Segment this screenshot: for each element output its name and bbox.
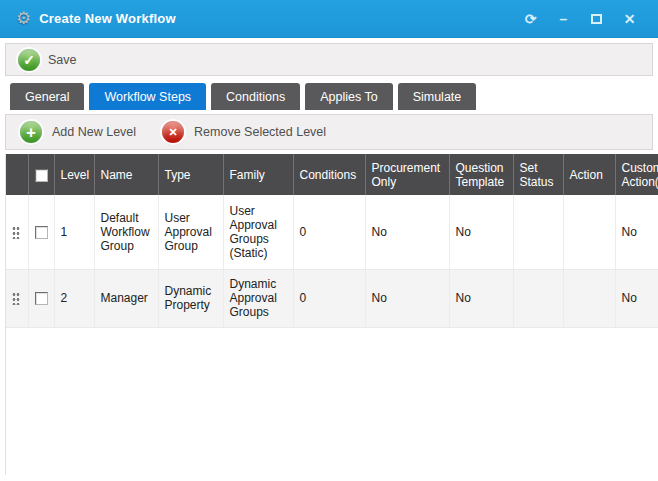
cell-type: Dynamic Property	[158, 269, 223, 327]
col-header-conditions[interactable]: Conditions	[293, 154, 365, 195]
cell-level: 1	[54, 195, 94, 269]
cell-action	[563, 269, 615, 327]
cell-conditions: 0	[293, 195, 365, 269]
window-title: Create New Workflow	[39, 11, 514, 26]
cell-procurement-only: No	[365, 195, 449, 269]
cell-name: Manager	[94, 269, 158, 327]
cell-family: User Approval Groups (Static)	[223, 195, 293, 269]
table-row: 1 Default Workflow Group User Approval G…	[6, 195, 658, 269]
tab-bar: General Workflow Steps Conditions Applie…	[10, 83, 658, 110]
tab-workflow-steps[interactable]: Workflow Steps	[89, 83, 206, 110]
cell-procurement-only: No	[365, 269, 449, 327]
col-header-name[interactable]: Name	[94, 154, 158, 195]
save-toolbar: ✓ Save	[5, 43, 653, 76]
col-header-procurement-only[interactable]: Procurement Only	[365, 154, 449, 195]
cell-custom-actions: No	[615, 195, 658, 269]
row-checkbox[interactable]	[35, 292, 48, 305]
titlebar: ⚙ Create New Workflow ⟳ – ✕	[0, 0, 658, 38]
maximize-icon[interactable]	[580, 6, 613, 32]
cell-set-status	[513, 269, 563, 327]
cell-level: 2	[54, 269, 94, 327]
cell-type: User Approval Group	[158, 195, 223, 269]
col-header-question-template[interactable]: Question Template	[449, 154, 513, 195]
window-controls: ⟳ – ✕	[514, 6, 646, 32]
tab-applies-to[interactable]: Applies To	[305, 83, 392, 110]
add-new-level-button[interactable]: Add New Level	[52, 125, 136, 139]
drag-handle-icon[interactable]	[12, 291, 20, 305]
refresh-icon[interactable]: ⟳	[514, 6, 547, 32]
col-header-set-status[interactable]: Set Status	[513, 154, 563, 195]
remove-x-icon[interactable]: ✕	[162, 121, 184, 143]
cell-question-template: No	[449, 269, 513, 327]
col-header-action[interactable]: Action	[563, 154, 615, 195]
cell-conditions: 0	[293, 269, 365, 327]
tab-general[interactable]: General	[10, 83, 84, 110]
drag-handle-icon[interactable]	[12, 225, 20, 239]
col-header-level[interactable]: Level	[54, 154, 94, 195]
cell-custom-actions: No	[615, 269, 658, 327]
row-checkbox[interactable]	[35, 226, 48, 239]
cell-name: Default Workflow Group	[94, 195, 158, 269]
col-header-type[interactable]: Type	[158, 154, 223, 195]
grid-header-checkbox-cell	[28, 154, 54, 195]
tab-simulate[interactable]: Simulate	[398, 83, 477, 110]
cell-set-status	[513, 195, 563, 269]
gear-icon: ⚙	[16, 10, 31, 27]
save-check-icon[interactable]: ✓	[18, 49, 40, 71]
cell-action	[563, 195, 615, 269]
table-row: 2 Manager Dynamic Property Dynamic Appro…	[6, 269, 658, 327]
cell-question-template: No	[449, 195, 513, 269]
tab-conditions[interactable]: Conditions	[211, 83, 300, 110]
add-plus-icon[interactable]: +	[20, 121, 42, 143]
level-toolbar: + Add New Level ✕ Remove Selected Level	[5, 114, 653, 150]
save-button[interactable]: Save	[48, 53, 77, 67]
col-header-family[interactable]: Family	[223, 154, 293, 195]
minimize-icon[interactable]: –	[547, 6, 580, 32]
close-icon[interactable]: ✕	[613, 6, 646, 32]
col-header-custom-actions[interactable]: Custom Action(s)	[615, 154, 658, 195]
grid-header-row: Level Name Type Family Conditions Procur…	[6, 154, 658, 195]
remove-selected-level-button[interactable]: Remove Selected Level	[194, 125, 326, 139]
cell-family: Dynamic Approval Groups	[223, 269, 293, 327]
select-all-checkbox[interactable]	[35, 169, 48, 182]
grid-header-grip	[6, 154, 28, 195]
workflow-steps-grid: Level Name Type Family Conditions Procur…	[5, 154, 658, 475]
